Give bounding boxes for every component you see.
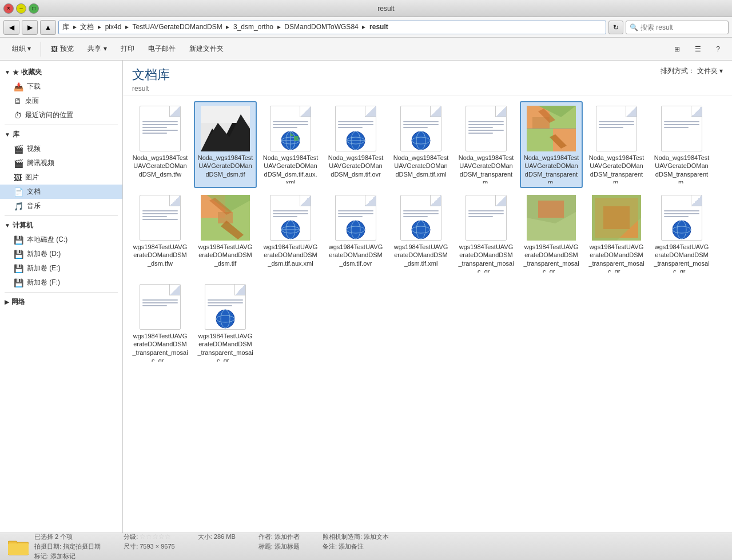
file-item[interactable]: wgs1984TestUAVGerateDOMandDSM_transparen… [455,190,518,277]
search-box[interactable]: 🔍 [626,21,729,34]
icon-line [468,127,493,128]
icon-line [142,305,167,306]
file-item[interactable]: wgs1984TestUAVGerateDOMandDSM_transparen… [650,190,713,277]
library-title: 文档库 [132,66,170,83]
file-grid: Noda_wgs1984TestUAVGerateDOMandDSM_dsm.t… [123,95,732,372]
preview-button[interactable]: 🖼 预览 [45,40,80,58]
comments-value[interactable]: 添加备注 [339,543,364,550]
refresh-button[interactable]: ↻ [608,21,623,34]
print-button[interactable]: 打印 [114,40,141,58]
organize-button[interactable]: 组织 ▾ [6,40,37,58]
file-item[interactable]: Noda_wgs1984TestUAVGerateDOMandDSM_trans… [520,101,583,188]
email-button[interactable]: 电子邮件 [142,40,182,58]
back-button[interactable]: ◀ [3,20,19,35]
tif-color-thumbnail-icon [201,195,250,241]
icon-line [403,213,439,214]
file-item[interactable]: Noda_wgs1984TestUAVGerateDOMandDSM_trans… [585,101,648,188]
icon-line [208,302,243,303]
file-item[interactable]: wgs1984TestUAVGerateDOMandDSM_transparen… [520,190,583,277]
file-item[interactable]: Noda_wgs1984TestUAVGerateDOMandDSM_dsm.t… [129,101,192,188]
sidebar-item-download[interactable]: 📥 下载 [0,79,122,94]
icon-line [468,213,504,214]
file-item[interactable]: Noda_wgs1984TestUAVGerateDOMandDSM_trans… [455,101,518,188]
file-item[interactable]: wgs1984TestUAVGerateDOMandDSM_dsm.tif [194,190,257,277]
sidebar-header-computer[interactable]: ▼ 计算机 [0,218,122,233]
sidebar-item-music[interactable]: 🎵 音乐 [0,199,122,213]
file-icon-container [200,106,251,151]
file-icon-container [656,195,707,241]
change-view-button[interactable]: ☰ [689,40,707,58]
sidebar-item-recent[interactable]: ⏱ 最近访问的位置 [0,108,122,122]
file-lines [664,210,699,217]
generic-file-icon [140,195,181,241]
sidebar-item-video[interactable]: 🎬 视频 [0,142,122,156]
forward-button[interactable]: ▶ [22,20,38,35]
sidebar-item-pictures[interactable]: 🖼 图片 [0,170,122,185]
globe-file-icon [270,106,311,151]
file-label: Noda_wgs1984TestUAVGerateDOMandDSM_trans… [523,154,579,183]
sidebar-section-library: ▼ 库 🎬 视频 🎬 腾讯视频 🖼 图片 📄 文档 🎵 音乐 [0,127,122,213]
title-value[interactable]: 添加标题 [274,543,300,550]
sidebar-header-library[interactable]: ▼ 库 [0,127,122,142]
address-path[interactable]: 库 ▸ 文档 ▸ pix4d ▸ TestUAVGerateDOMandDSM … [58,21,606,34]
close-button[interactable]: × [3,3,14,14]
file-item[interactable]: Noda_wgs1984TestUAVGerateDOMandDSM_dsm.t… [194,101,257,188]
file-item[interactable]: Noda_wgs1984TestUAVGerateDOMandDSM_dsm.t… [259,101,322,188]
icon-line [273,124,308,125]
sort-value[interactable]: 文件夹 ▾ [697,66,723,76]
up-button[interactable]: ▲ [40,20,56,35]
sidebar-header-network[interactable]: ▶ 网络 [0,295,122,309]
camera-value[interactable]: 添加文本 [364,533,389,540]
icon-line [468,216,493,217]
svg-marker-54 [603,206,630,229]
sort-control[interactable]: 排列方式： 文件夹 ▾ [661,66,723,76]
svg-rect-63 [8,543,29,555]
file-item[interactable]: wgs1984TestUAVGerateDOMandDSM_dsm.tif.xm… [389,190,452,277]
sidebar-item-documents[interactable]: 📄 文档 [0,185,122,199]
sidebar-item-tencent-video[interactable]: 🎬 腾讯视频 [0,156,122,170]
share-button[interactable]: 共享 ▾ [81,40,113,58]
tencent-video-icon: 🎬 [14,159,23,168]
path-text: 库 ▸ 文档 ▸ pix4d ▸ TestUAVGerateDOMandDSM … [62,22,388,32]
sidebar-item-drive-d[interactable]: 💾 新加卷 (D:) [0,247,122,261]
generic-file-icon [466,106,507,151]
minimize-button[interactable]: – [16,3,26,14]
help-button[interactable]: ? [710,40,726,58]
sidebar-item-drive-c[interactable]: 💾 本地磁盘 (C:) [0,233,122,247]
sidebar-item-drive-e[interactable]: 💾 新加卷 (E:) [0,261,122,275]
sidebar-drive-c-label: 本地磁盘 (C:) [27,235,67,245]
folder-status-icon [7,535,30,558]
address-bar: ◀ ▶ ▲ 库 ▸ 文档 ▸ pix4d ▸ TestUAVGerateDOMa… [0,17,732,38]
file-item[interactable]: wgs1984TestUAVGerateDOMandDSM_transparen… [585,190,648,277]
file-lines [403,121,439,128]
sidebar-item-desktop[interactable]: 🖥 桌面 [0,94,122,108]
sidebar-computer-label: 计算机 [13,221,33,230]
maximize-button[interactable]: □ [29,3,39,14]
file-label: wgs1984TestUAVGerateDOMandDSM_dsm.tif [197,243,253,267]
file-icon-container [265,106,316,151]
file-item[interactable]: wgs1984TestUAVGerateDOMandDSM_transparen… [129,279,192,366]
icon-line [273,213,308,214]
file-item[interactable]: Noda_wgs1984TestUAVGerateDOMandDSM_trans… [650,101,713,188]
sidebar-item-drive-f[interactable]: 💾 新加卷 (F:) [0,275,122,290]
file-item[interactable]: wgs1984TestUAVGerateDOMandDSM_dsm.tfw [129,190,192,277]
tif-color-thumbnail-icon [527,106,576,151]
file-item[interactable]: wgs1984TestUAVGerateDOMandDSM_dsm.tif.ov… [324,190,387,277]
file-item[interactable]: Noda_wgs1984TestUAVGerateDOMandDSM_dsm.t… [389,101,452,188]
author-value[interactable]: 添加作者 [274,533,300,540]
file-label: wgs1984TestUAVGerateDOMandDSM_dsm.tif.xm… [393,243,449,267]
star-rating[interactable]: ☆☆☆☆☆ [140,533,171,541]
file-item[interactable]: wgs1984TestUAVGerateDOMandDSM_transparen… [194,279,257,366]
icon-line [468,124,504,125]
file-lines [142,121,178,134]
sidebar-header-favorites[interactable]: ▼ ★ 收藏夹 [0,65,122,79]
file-item[interactable]: wgs1984TestUAVGerateDOMandDSM_dsm.tif.au… [259,190,322,277]
file-item[interactable]: Noda_wgs1984TestUAVGerateDOMandDSM_dsm.t… [324,101,387,188]
file-icon-container [656,106,707,151]
file-icon-container [330,106,381,151]
view-toggle-button[interactable]: ⊞ [668,40,686,58]
new-folder-button[interactable]: 新建文件夹 [183,40,230,58]
search-input[interactable] [640,23,725,31]
main-layout: ▼ ★ 收藏夹 📥 下载 🖥 桌面 ⏱ 最近访问的位置 ▼ 库 [0,61,732,533]
icon-line [338,124,373,125]
